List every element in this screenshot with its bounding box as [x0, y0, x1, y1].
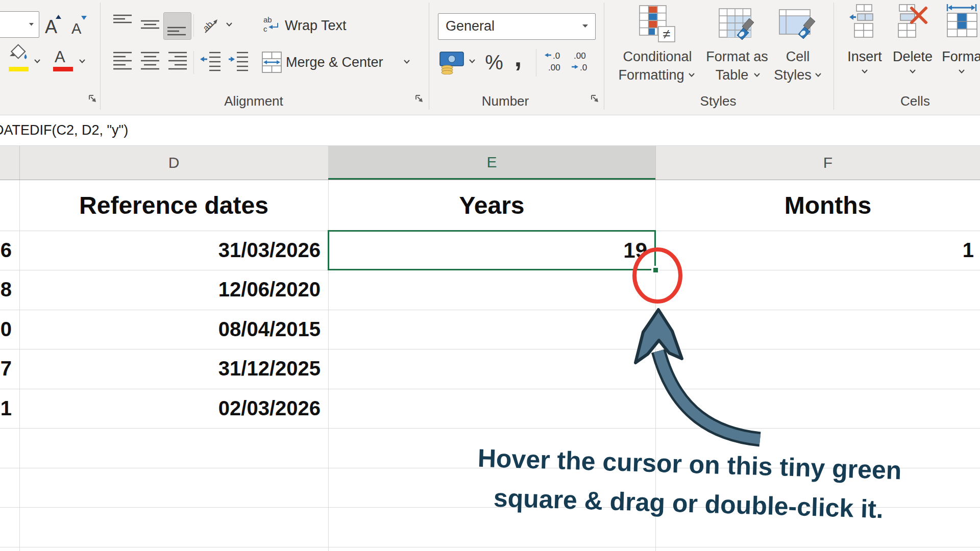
divider — [193, 51, 194, 74]
svg-text:.00: .00 — [548, 63, 560, 72]
chevron-down-icon[interactable] — [909, 69, 916, 74]
merge-center-button[interactable]: Merge & Center — [286, 51, 383, 73]
wrap-text-icon[interactable]: ab c — [262, 15, 282, 36]
column-header-strip: D E F — [0, 146, 980, 180]
cell-d1[interactable]: Reference dates — [19, 180, 328, 231]
chevron-down-icon[interactable] — [226, 22, 233, 27]
triangle-up-icon — [56, 15, 62, 19]
chevron-down-icon[interactable] — [469, 59, 476, 64]
conditional-formatting-label-1[interactable]: Conditional — [611, 49, 703, 65]
cell-styles-icon[interactable] — [779, 6, 818, 43]
svg-text:.00: .00 — [574, 51, 586, 61]
cell-f1[interactable]: Months — [655, 180, 980, 231]
cell-d4[interactable]: 08/04/2015 — [19, 310, 321, 349]
fill-handle[interactable] — [653, 268, 658, 272]
annotation-note: Hover the cursor on this tiny green squa… — [428, 437, 950, 531]
selected-cell-e2[interactable]: 19 — [328, 230, 656, 270]
align-right-icon[interactable] — [167, 51, 188, 71]
format-cells-icon[interactable] — [946, 3, 979, 40]
decrease-decimal-icon[interactable]: .00 .0 — [570, 50, 594, 74]
number-dialog-launcher-icon[interactable] — [590, 94, 600, 104]
increase-font-size-button[interactable]: A — [45, 16, 57, 38]
conditional-formatting-label-2[interactable]: Formatting — [605, 67, 697, 83]
formula-bar[interactable]: DATEDIF(C2, D2, "y") — [0, 115, 980, 146]
align-center-icon[interactable] — [140, 51, 160, 71]
arrow-head-icon — [635, 310, 682, 363]
wrap-text-button[interactable]: Wrap Text — [285, 14, 347, 37]
comma-style-button[interactable]: , — [510, 43, 526, 71]
conditional-formatting-icon[interactable]: ≠ — [639, 5, 677, 44]
styles-group-label: Styles — [667, 93, 769, 109]
svg-text:c: c — [263, 24, 267, 33]
increase-indent-icon[interactable] — [228, 51, 249, 71]
column-header-e-selected[interactable]: E — [328, 146, 655, 178]
accounting-format-icon[interactable] — [439, 50, 467, 74]
chevron-down-icon — [815, 73, 822, 78]
group-divider — [429, 3, 429, 110]
chevron-down-icon[interactable] — [403, 60, 410, 64]
insert-cells-icon[interactable] — [849, 4, 879, 40]
font-size-combo[interactable] — [0, 11, 39, 38]
chevron-down-icon[interactable] — [79, 59, 86, 64]
group-divider — [100, 3, 101, 110]
selected-cell-value: 19 — [329, 232, 654, 269]
cell-e1[interactable]: Years — [328, 180, 655, 231]
decrease-indent-icon[interactable] — [200, 51, 222, 71]
top-align-icon[interactable] — [112, 13, 133, 24]
divider — [536, 49, 536, 77]
alignment-group-label: Alignment — [203, 93, 305, 109]
svg-text:.0: .0 — [580, 63, 587, 72]
cell-styles-label-2[interactable]: Styles — [747, 67, 839, 83]
divider — [193, 14, 194, 37]
cell-styles-label-1[interactable]: Cell — [752, 49, 844, 65]
cell-d6[interactable]: 02/03/2026 — [19, 389, 321, 428]
fill-color-swatch — [9, 67, 29, 71]
triangle-down-icon — [81, 16, 87, 20]
cell-c4-partial[interactable]: 0 — [0, 310, 12, 349]
chevron-down-icon[interactable] — [958, 69, 965, 74]
cell-c5-partial[interactable]: 7 — [0, 349, 12, 388]
number-format-combo[interactable]: General — [438, 13, 596, 40]
font-dialog-launcher-icon[interactable] — [88, 94, 98, 104]
orientation-icon[interactable]: ab — [200, 14, 223, 37]
number-format-value: General — [446, 14, 495, 38]
arrow-shaft-outline — [658, 351, 760, 439]
column-header-f[interactable]: F — [655, 146, 980, 180]
merge-center-icon[interactable] — [261, 51, 283, 74]
gridline-h — [0, 547, 980, 547]
svg-text:≠: ≠ — [663, 27, 671, 42]
ribbon: A A A — [0, 0, 980, 115]
chevron-down-icon — [29, 23, 34, 26]
bottom-align-icon[interactable] — [166, 26, 187, 37]
arrow-shaft — [658, 351, 760, 439]
cell-f2-partial[interactable]: 1 — [655, 231, 974, 270]
align-left-icon[interactable] — [112, 51, 133, 71]
cell-d3[interactable]: 12/06/2020 — [19, 270, 321, 309]
group-divider — [604, 3, 604, 110]
fill-color-icon[interactable] — [8, 44, 31, 68]
chevron-down-icon[interactable] — [861, 69, 868, 74]
font-color-button[interactable]: A — [55, 48, 65, 66]
decrease-font-size-button[interactable]: A — [71, 20, 81, 37]
svg-text:ab: ab — [201, 19, 215, 33]
gridline-h — [0, 428, 980, 429]
increase-decimal-icon[interactable]: .0 .00 — [544, 50, 569, 74]
alignment-dialog-launcher-icon[interactable] — [414, 94, 425, 104]
column-header-d[interactable]: D — [19, 146, 328, 180]
percent-style-button[interactable]: % — [482, 49, 506, 76]
chevron-down-icon[interactable] — [34, 59, 41, 64]
column-header-e-letter: E — [328, 146, 655, 178]
excel-window: A A A — [0, 0, 980, 551]
svg-text:ab: ab — [263, 15, 272, 24]
cell-d2[interactable]: 31/03/2026 — [19, 231, 321, 270]
format-as-table-icon[interactable] — [719, 6, 756, 43]
cells-group-label: Cells — [864, 93, 966, 109]
number-group-label: Number — [467, 93, 544, 109]
format-button[interactable]: Format — [933, 49, 980, 65]
delete-cells-icon[interactable] — [896, 4, 929, 40]
cell-c2-partial[interactable]: 6 — [0, 231, 12, 270]
cell-c6-partial[interactable]: 1 — [0, 389, 12, 428]
middle-align-icon[interactable] — [140, 19, 160, 30]
cell-c3-partial[interactable]: 8 — [0, 270, 12, 309]
cell-d5[interactable]: 31/12/2025 — [19, 349, 321, 388]
